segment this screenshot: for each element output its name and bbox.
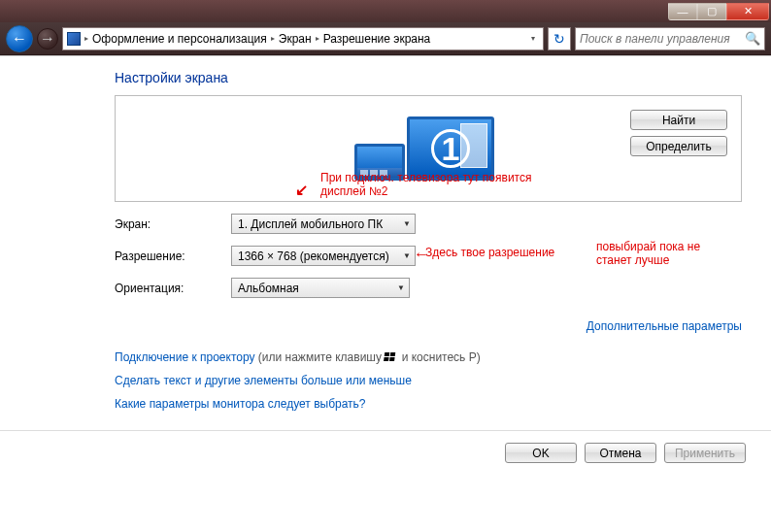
close-icon: ✕ xyxy=(744,5,753,17)
which-settings-link[interactable]: Какие параметры монитора следует выбрать… xyxy=(115,397,742,411)
projector-hint-post: и коснитесь P) xyxy=(398,350,480,364)
ok-button[interactable]: OK xyxy=(505,443,577,463)
screen-combobox[interactable]: 1. Дисплей мобильного ПК ▼ xyxy=(231,214,416,234)
annotation-text: Здесь твое разрешение xyxy=(425,246,554,259)
annotation-pick: повыбирай пока не станет лучше xyxy=(596,240,732,268)
refresh-icon: ↻ xyxy=(553,31,565,47)
window-body: Настройки экрана 1 Найти Определить ↙ Пр… xyxy=(0,55,771,532)
content-area: Настройки экрана 1 Найти Определить ↙ Пр… xyxy=(0,56,771,411)
combo-value: 1. Дисплей мобильного ПК xyxy=(238,217,383,231)
search-input[interactable] xyxy=(580,32,745,46)
orientation-combobox[interactable]: Альбомная ▼ xyxy=(231,278,410,298)
preview-buttons: Найти Определить xyxy=(630,110,727,156)
help-links: Подключение к проектору (или нажмите кла… xyxy=(115,350,742,411)
back-button[interactable]: ← xyxy=(6,25,33,52)
control-panel-icon xyxy=(67,32,81,46)
screen-label: Экран: xyxy=(115,217,231,231)
breadcrumb-item[interactable]: Экран xyxy=(279,32,312,46)
window-control-group: — ▢ ✕ xyxy=(668,3,769,20)
arrow-annotation-icon: ← xyxy=(414,245,429,263)
resolution-label: Разрешение: xyxy=(115,249,231,263)
search-icon: 🔍 xyxy=(745,31,760,46)
row-resolution: Разрешение: 1366 × 768 (рекомендуется) ▼… xyxy=(115,246,742,266)
maximize-icon: ▢ xyxy=(707,5,717,17)
chevron-down-icon: ▼ xyxy=(403,219,411,228)
forward-button[interactable]: → xyxy=(37,28,58,50)
chevron-down-icon[interactable]: ▾ xyxy=(531,34,539,43)
text-size-link[interactable]: Сделать текст и другие элементы больше и… xyxy=(115,374,742,387)
annotation-tv: ↙ При подключ. телевизора тут появится д… xyxy=(320,171,553,199)
resolution-combobox[interactable]: 1366 × 768 (рекомендуется) ▼ xyxy=(231,246,416,266)
window-title-bar: — ▢ ✕ xyxy=(0,0,771,22)
arrow-left-icon: ← xyxy=(12,30,27,48)
annotation-text: повыбирай пока не станет лучше xyxy=(596,240,700,267)
advanced-link-row: Дополнительные параметры xyxy=(115,319,742,333)
windows-key-icon xyxy=(385,352,398,364)
navigation-bar: ← → ▸ Оформление и персонализация ▸ Экра… xyxy=(0,22,771,55)
projector-hint-pre: (или нажмите клавишу xyxy=(255,350,386,364)
breadcrumb-item[interactable]: Оформление и персонализация xyxy=(92,32,267,46)
address-bar[interactable]: ▸ Оформление и персонализация ▸ Экран ▸ … xyxy=(62,27,544,50)
monitor-number: 1 xyxy=(431,129,470,168)
find-button[interactable]: Найти xyxy=(630,110,727,130)
arrow-right-icon: → xyxy=(40,30,55,48)
breadcrumb-item[interactable]: Разрешение экрана xyxy=(323,32,431,46)
cancel-button[interactable]: Отмена xyxy=(585,443,656,463)
advanced-settings-link[interactable]: Дополнительные параметры xyxy=(587,319,742,333)
page-title: Настройки экрана xyxy=(115,70,742,85)
chevron-right-icon: ▸ xyxy=(316,34,319,43)
detect-button[interactable]: Определить xyxy=(630,136,727,156)
minimize-icon: — xyxy=(678,6,688,17)
minimize-button[interactable]: — xyxy=(668,3,697,20)
annotation-text: При подключ. телевизора тут появится дис… xyxy=(320,171,531,198)
chevron-right-icon: ▸ xyxy=(84,34,88,43)
connect-projector-link[interactable]: Подключение к проектору xyxy=(115,350,255,364)
combo-value: Альбомная xyxy=(238,282,299,295)
apply-button[interactable]: Применить xyxy=(664,443,746,463)
annotation-resolution: ← Здесь твое разрешение xyxy=(425,246,554,259)
search-box[interactable]: 🔍 xyxy=(575,27,765,50)
chevron-down-icon: ▼ xyxy=(403,251,411,260)
footer-bar: OK Отмена Применить xyxy=(0,431,771,475)
refresh-button[interactable]: ↻ xyxy=(548,27,571,50)
orientation-label: Ориентация: xyxy=(115,282,231,295)
close-button[interactable]: ✕ xyxy=(726,3,769,20)
row-screen: Экран: 1. Дисплей мобильного ПК ▼ xyxy=(115,214,742,234)
combo-value: 1366 × 768 (рекомендуется) xyxy=(238,249,389,263)
chevron-down-icon: ▼ xyxy=(397,283,405,292)
row-orientation: Ориентация: Альбомная ▼ xyxy=(115,278,742,298)
projector-row: Подключение к проектору (или нажмите кла… xyxy=(115,350,742,364)
arrow-annotation-icon: ↙ xyxy=(295,181,308,199)
chevron-right-icon: ▸ xyxy=(271,34,275,43)
maximize-button[interactable]: ▢ xyxy=(697,3,726,20)
